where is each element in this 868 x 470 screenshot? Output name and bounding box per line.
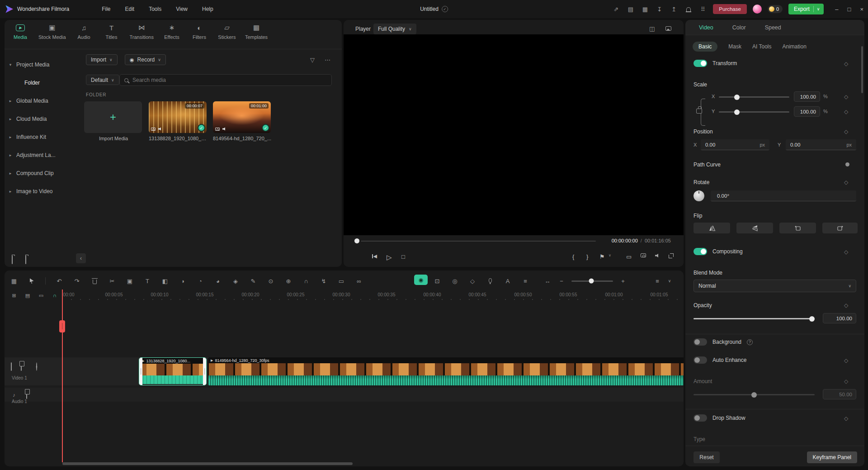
color-icon[interactable]: ◕ <box>214 277 222 285</box>
scrubber-handle[interactable] <box>354 238 359 243</box>
delete-folder-icon[interactable] <box>25 256 26 264</box>
position-y-input[interactable]: 0.00px <box>786 139 856 150</box>
keyframe-diamond-icon[interactable]: ◇ <box>844 249 848 255</box>
tab-filters[interactable]: ◐Filters <box>190 23 209 40</box>
display-device-icon[interactable]: ▭ <box>626 253 632 260</box>
menu-help[interactable]: Help <box>202 6 213 12</box>
playhead-handle[interactable] <box>59 320 65 332</box>
scale-y-value[interactable]: 100.00 <box>794 106 820 117</box>
zoom-fit-icon[interactable]: ⊕ <box>284 277 292 285</box>
mark-in-icon[interactable]: { <box>572 253 574 260</box>
caret-right-icon[interactable]: ▸ <box>5 117 16 121</box>
opacity-slider[interactable] <box>693 318 815 319</box>
subtab-basic[interactable]: Basic <box>693 42 717 52</box>
split-scissors-icon[interactable]: ✂ <box>108 277 116 285</box>
redo-icon[interactable]: ↷ <box>73 277 81 285</box>
audio-track-lane[interactable] <box>5 388 684 402</box>
zoom-out-icon[interactable]: − <box>557 277 566 285</box>
captions-icon[interactable]: ≡ <box>521 277 529 285</box>
speed-icon[interactable]: ◔ <box>196 277 204 285</box>
search-input[interactable] <box>132 77 327 83</box>
caret-right-icon[interactable]: ▸ <box>5 189 16 194</box>
export-button[interactable]: Export∨ <box>788 4 824 14</box>
sidebar-item-adjustment-layer[interactable]: ▸Adjustment La... <box>5 148 80 162</box>
webcam-icon[interactable]: ◎ <box>451 277 459 285</box>
sidebar-item-folder[interactable]: Folder <box>5 76 80 90</box>
sidebar-item-cloud-media[interactable]: ▸Cloud Media <box>5 112 80 126</box>
zoom-in-icon[interactable]: + <box>619 277 627 285</box>
tab-stock-media[interactable]: ▣Stock Media <box>38 23 66 40</box>
blend-mode-dropdown[interactable]: Normal∨ <box>693 280 856 292</box>
keyframe-diamond-icon[interactable]: ◇ <box>844 302 848 309</box>
more-options-icon[interactable]: ⋯ <box>325 57 330 63</box>
drop-shadow-toggle[interactable] <box>693 414 707 422</box>
caret-right-icon[interactable]: ▸ <box>5 135 16 139</box>
volume-icon[interactable] <box>655 253 660 258</box>
select-tool-icon[interactable] <box>28 277 36 285</box>
quick-record-button[interactable]: ◉ <box>414 275 428 285</box>
text-to-speech-icon[interactable]: A <box>504 277 512 285</box>
mark-out-icon[interactable]: } <box>586 253 588 260</box>
import-media-tile[interactable]: + <box>84 101 142 133</box>
marker-caret-icon[interactable]: ∨ <box>609 253 611 257</box>
undo-icon[interactable]: ↶ <box>55 277 63 285</box>
track-thumbnail-icon[interactable] <box>11 363 12 371</box>
menu-view[interactable]: View <box>176 6 188 12</box>
keyframe-diamond-icon[interactable]: ◇ <box>844 357 848 364</box>
coin-balance[interactable]: 0 <box>768 5 783 13</box>
marker-icon[interactable]: ◈ <box>231 277 240 285</box>
voiceover-mic-icon[interactable] <box>486 277 494 285</box>
snapshot-camera-icon[interactable] <box>641 253 646 257</box>
amount-slider[interactable] <box>693 394 815 395</box>
new-folder-icon[interactable] <box>12 256 13 264</box>
subtab-mask[interactable]: Mask <box>728 43 741 50</box>
caret-right-icon[interactable]: ▸ <box>5 171 16 176</box>
chroma-key-icon[interactable]: ◑ <box>179 277 187 285</box>
timer-icon[interactable]: ⊙ <box>267 277 275 285</box>
filter-icon[interactable]: ▽ <box>310 57 315 63</box>
reset-button[interactable]: Reset <box>693 451 720 463</box>
purchase-button[interactable]: Purchase <box>713 4 747 14</box>
sidebar-item-global-media[interactable]: ▸Global Media <box>5 94 80 108</box>
keyframe-panel-button[interactable]: Keyframe Panel <box>807 451 857 463</box>
split-view-icon[interactable]: ◫ <box>649 26 655 32</box>
scale-x-slider[interactable] <box>719 96 789 98</box>
media-item-video-2[interactable]: 00:01:00 ✓ <box>213 101 271 133</box>
keyframe-diamond-icon[interactable]: ◇ <box>844 128 848 135</box>
trim-handle-right[interactable] <box>203 358 206 385</box>
menu-edit[interactable]: Edit <box>125 6 135 12</box>
avatar[interactable] <box>753 5 762 14</box>
keyframe-diamond-icon[interactable]: ◇ <box>844 109 848 115</box>
sort-dropdown[interactable]: Default∨ <box>86 75 119 85</box>
image-view-icon[interactable] <box>665 26 671 31</box>
flip-horizontal-button[interactable] <box>693 223 730 233</box>
shortcut-icon[interactable]: ▦ <box>641 6 649 12</box>
timeline-clip[interactable]: ▶8149564-hd_1280_720_30fps <box>208 357 684 385</box>
stop-button[interactable]: □ <box>401 253 405 260</box>
hide-track-icon[interactable] <box>36 363 37 371</box>
transform-toggle[interactable] <box>693 60 707 67</box>
position-x-input[interactable]: 0.00px <box>701 139 769 150</box>
cloud-upload-icon[interactable]: ↥ <box>670 6 678 12</box>
tab-effects[interactable]: ∗Effects <box>162 23 181 40</box>
sidebar-item-influence-kit[interactable]: ▸Influence Kit <box>5 130 80 144</box>
media-bin-icon[interactable]: ▦ <box>10 277 18 285</box>
auto-ripple-icon[interactable]: ↯ <box>320 277 328 285</box>
keyframe-diamond-icon[interactable]: ◇ <box>844 415 848 422</box>
tab-templates[interactable]: ▦Templates <box>245 23 268 40</box>
caret-right-icon[interactable]: ▸ <box>5 99 16 103</box>
zoom-slider[interactable] <box>571 280 613 282</box>
export-caret-icon[interactable]: ∨ <box>813 6 820 12</box>
sidebar-item-project-media[interactable]: ▾Project Media <box>5 58 80 71</box>
close-button[interactable]: × <box>860 6 863 13</box>
scale-x-value[interactable]: 100.00 <box>794 91 820 102</box>
apps-grid-icon[interactable]: ⠿ <box>698 6 707 12</box>
collapse-sidebar-button[interactable]: ‹ <box>76 253 86 263</box>
fit-timeline-icon[interactable]: ↔ <box>543 277 552 285</box>
record-button[interactable]: ◉Record∨ <box>125 54 166 65</box>
tab-media[interactable]: ▶Media <box>11 23 30 40</box>
amount-value[interactable]: 50.00 <box>823 389 856 399</box>
tab-titles[interactable]: TTitles <box>102 23 121 40</box>
help-icon[interactable]: ? <box>747 339 753 345</box>
fullscreen-icon[interactable] <box>669 253 674 258</box>
